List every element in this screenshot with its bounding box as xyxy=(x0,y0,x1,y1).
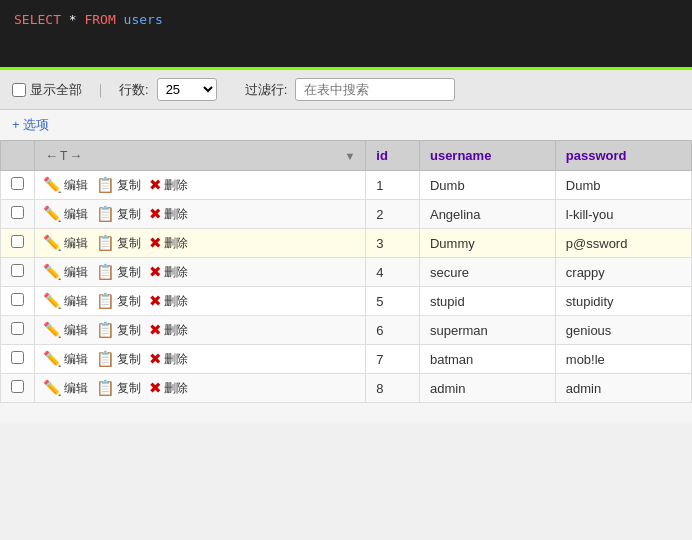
options-row[interactable]: + 选项 xyxy=(0,110,692,140)
row-actions-cell: ✏️编辑📋复制✖删除 xyxy=(35,374,366,403)
cell-password: l-kill-you xyxy=(555,200,691,229)
row-count-select[interactable]: 25 50 100 xyxy=(157,78,217,101)
table-row: ✏️编辑📋复制✖删除2Angelinal-kill-you xyxy=(1,200,692,229)
edit-button[interactable]: ✏️编辑 xyxy=(41,379,90,397)
delete-label: 删除 xyxy=(164,293,188,310)
cell-password: stupidity xyxy=(555,287,691,316)
edit-icon: ✏️ xyxy=(43,263,62,281)
edit-button[interactable]: ✏️编辑 xyxy=(41,321,90,339)
edit-button[interactable]: ✏️编辑 xyxy=(41,205,90,223)
delete-button[interactable]: ✖删除 xyxy=(147,263,190,281)
delete-button[interactable]: ✖删除 xyxy=(147,292,190,310)
table-row: ✏️编辑📋复制✖删除4securecrappy xyxy=(1,258,692,287)
copy-button[interactable]: 📋复制 xyxy=(94,292,143,310)
cell-username: stupid xyxy=(419,287,555,316)
header-password[interactable]: password xyxy=(555,141,691,171)
delete-label: 删除 xyxy=(164,206,188,223)
table-row: ✏️编辑📋复制✖删除3Dummyp@ssword xyxy=(1,229,692,258)
row-checkbox[interactable] xyxy=(11,351,24,364)
row-checkbox-cell xyxy=(1,287,35,316)
edit-button[interactable]: ✏️编辑 xyxy=(41,176,90,194)
edit-label: 编辑 xyxy=(64,177,88,194)
delete-icon: ✖ xyxy=(149,176,162,194)
cell-username: Dumb xyxy=(419,171,555,200)
header-actions: ← T → ▼ xyxy=(35,141,366,171)
copy-label: 复制 xyxy=(117,235,141,252)
delete-label: 删除 xyxy=(164,380,188,397)
sql-editor: SELECT * FROM users xyxy=(0,0,692,70)
copy-icon: 📋 xyxy=(96,379,115,397)
row-checkbox-cell xyxy=(1,171,35,200)
copy-label: 复制 xyxy=(117,322,141,339)
copy-icon: 📋 xyxy=(96,205,115,223)
cell-password: crappy xyxy=(555,258,691,287)
cell-id: 3 xyxy=(366,229,420,258)
row-checkbox[interactable] xyxy=(11,264,24,277)
cell-id: 4 xyxy=(366,258,420,287)
cell-password: p@ssword xyxy=(555,229,691,258)
row-actions-cell: ✏️编辑📋复制✖删除 xyxy=(35,200,366,229)
copy-icon: 📋 xyxy=(96,292,115,310)
row-checkbox[interactable] xyxy=(11,235,24,248)
data-table: ← T → ▼ id username password ✏️编辑📋复制✖删除1… xyxy=(0,140,692,403)
delete-button[interactable]: ✖删除 xyxy=(147,234,190,252)
delete-icon: ✖ xyxy=(149,292,162,310)
edit-label: 编辑 xyxy=(64,264,88,281)
cell-id: 8 xyxy=(366,374,420,403)
delete-button[interactable]: ✖删除 xyxy=(147,321,190,339)
copy-button[interactable]: 📋复制 xyxy=(94,176,143,194)
copy-button[interactable]: 📋复制 xyxy=(94,379,143,397)
edit-button[interactable]: ✏️编辑 xyxy=(41,292,90,310)
edit-label: 编辑 xyxy=(64,380,88,397)
row-checkbox[interactable] xyxy=(11,380,24,393)
delete-icon: ✖ xyxy=(149,321,162,339)
delete-button[interactable]: ✖删除 xyxy=(147,350,190,368)
delete-button[interactable]: ✖删除 xyxy=(147,205,190,223)
filter-input[interactable] xyxy=(295,78,455,101)
delete-label: 删除 xyxy=(164,235,188,252)
cell-id: 2 xyxy=(366,200,420,229)
copy-icon: 📋 xyxy=(96,176,115,194)
header-username[interactable]: username xyxy=(419,141,555,171)
table-row: ✏️编辑📋复制✖删除5stupidstupidity xyxy=(1,287,692,316)
row-checkbox-cell xyxy=(1,374,35,403)
cell-username: batman xyxy=(419,345,555,374)
options-label[interactable]: + 选项 xyxy=(12,117,49,132)
row-actions-cell: ✏️编辑📋复制✖删除 xyxy=(35,258,366,287)
edit-icon: ✏️ xyxy=(43,292,62,310)
copy-button[interactable]: 📋复制 xyxy=(94,234,143,252)
row-checkbox[interactable] xyxy=(11,177,24,190)
edit-icon: ✏️ xyxy=(43,176,62,194)
delete-label: 删除 xyxy=(164,264,188,281)
delete-button[interactable]: ✖删除 xyxy=(147,176,190,194)
edit-button[interactable]: ✏️编辑 xyxy=(41,263,90,281)
row-checkbox[interactable] xyxy=(11,293,24,306)
copy-button[interactable]: 📋复制 xyxy=(94,205,143,223)
header-id[interactable]: id xyxy=(366,141,420,171)
cell-password: Dumb xyxy=(555,171,691,200)
delete-icon: ✖ xyxy=(149,350,162,368)
copy-button[interactable]: 📋复制 xyxy=(94,350,143,368)
copy-button[interactable]: 📋复制 xyxy=(94,263,143,281)
cell-password: genious xyxy=(555,316,691,345)
edit-label: 编辑 xyxy=(64,351,88,368)
edit-button[interactable]: ✏️编辑 xyxy=(41,234,90,252)
edit-button[interactable]: ✏️编辑 xyxy=(41,350,90,368)
table-body: ✏️编辑📋复制✖删除1DumbDumb✏️编辑📋复制✖删除2Angelinal-… xyxy=(1,171,692,403)
arrow-left-icon: ← xyxy=(45,148,58,163)
row-checkbox[interactable] xyxy=(11,206,24,219)
copy-label: 复制 xyxy=(117,351,141,368)
copy-button[interactable]: 📋复制 xyxy=(94,321,143,339)
row-actions-cell: ✏️编辑📋复制✖删除 xyxy=(35,229,366,258)
delete-button[interactable]: ✖删除 xyxy=(147,379,190,397)
row-checkbox[interactable] xyxy=(11,322,24,335)
show-all-label[interactable]: 显示全部 xyxy=(12,81,82,99)
sql-keyword-from: FROM xyxy=(84,12,115,27)
cell-id: 5 xyxy=(366,287,420,316)
show-all-checkbox[interactable] xyxy=(12,83,26,97)
cell-username: Dummy xyxy=(419,229,555,258)
cell-id: 7 xyxy=(366,345,420,374)
row-count-text: 行数: xyxy=(119,81,149,99)
copy-label: 复制 xyxy=(117,380,141,397)
table-row: ✏️编辑📋复制✖删除1DumbDumb xyxy=(1,171,692,200)
